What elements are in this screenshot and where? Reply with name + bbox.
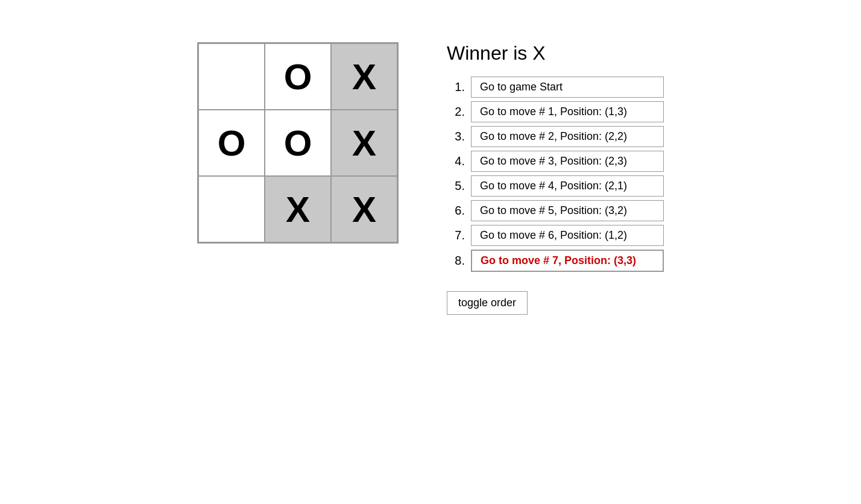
game-board: OXOOXXX [197,42,399,244]
move-button-3[interactable]: Go to move # 3, Position: (2,3) [471,151,664,172]
move-button-0[interactable]: Go to game Start [471,77,664,98]
board-cell-5[interactable]: X [331,110,397,176]
move-number-7: 8. [447,254,465,268]
move-number-3: 4. [447,154,465,168]
list-item: 5.Go to move # 4, Position: (2,1) [447,175,664,197]
list-item: 2.Go to move # 1, Position: (1,3) [447,101,664,122]
list-item: 3.Go to move # 2, Position: (2,2) [447,126,664,147]
list-item: 4.Go to move # 3, Position: (2,3) [447,151,664,172]
list-item: 7.Go to move # 6, Position: (1,2) [447,225,664,246]
move-button-5[interactable]: Go to move # 5, Position: (3,2) [471,200,664,221]
move-button-4[interactable]: Go to move # 4, Position: (2,1) [471,175,664,197]
move-number-2: 3. [447,130,465,143]
board-cell-1[interactable]: O [265,43,331,110]
main-container: OXOOXXX Winner is X 1.Go to game Start2.… [197,24,664,315]
move-button-7[interactable]: Go to move # 7, Position: (3,3) [471,250,664,272]
board-cell-3[interactable]: O [198,110,265,176]
list-item: 6.Go to move # 5, Position: (3,2) [447,200,664,221]
board-cell-8[interactable]: X [331,176,397,242]
move-number-0: 1. [447,80,465,94]
move-number-1: 2. [447,105,465,119]
move-number-4: 5. [447,179,465,193]
board-cell-4[interactable]: O [265,110,331,176]
move-button-2[interactable]: Go to move # 2, Position: (2,2) [471,126,664,147]
right-panel: Winner is X 1.Go to game Start2.Go to mo… [447,42,664,315]
list-item: 1.Go to game Start [447,77,664,98]
winner-text: Winner is X [447,42,664,65]
move-button-6[interactable]: Go to move # 6, Position: (1,2) [471,225,664,246]
board-cell-6[interactable] [198,176,265,242]
move-number-5: 6. [447,204,465,218]
board-cell-7[interactable]: X [265,176,331,242]
moves-list: 1.Go to game Start2.Go to move # 1, Posi… [447,77,664,272]
board-cell-0[interactable] [198,43,265,110]
board-cell-2[interactable]: X [331,43,397,110]
move-number-6: 7. [447,228,465,242]
list-item: 8.Go to move # 7, Position: (3,3) [447,250,664,272]
move-button-1[interactable]: Go to move # 1, Position: (1,3) [471,101,664,122]
toggle-order-button[interactable]: toggle order [447,291,528,315]
